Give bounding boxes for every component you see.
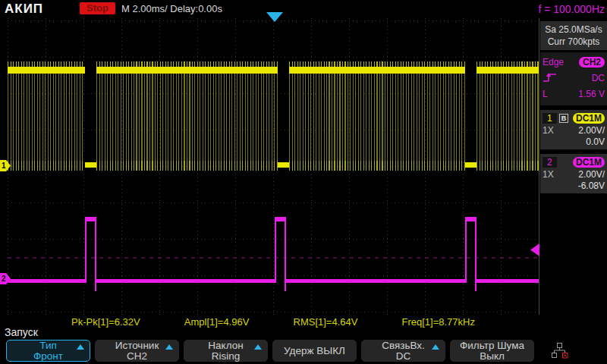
softkey-label: Источник [115, 340, 159, 351]
sample-rate: Sa 25.0MSa/s [540, 24, 607, 36]
ch1-low-level [85, 162, 96, 168]
ch1-scale: 2.00V/ [578, 125, 605, 136]
ch2-baseline [8, 279, 85, 283]
ch1-noise-ticks [96, 61, 278, 67]
ch2-ground-label: 2 [2, 275, 6, 283]
measurement-readout: RMS[1]=4.64V [294, 316, 358, 328]
softkey-label: СвязьВх. [382, 340, 425, 351]
ch1-bottom-ticks [8, 161, 85, 171]
softkey-label: Удерж ВЫКЛ [284, 346, 345, 356]
softkey-value: Фронт [33, 351, 63, 362]
ch1-high-level [96, 67, 278, 74]
softkey-связьвх-[interactable]: СвязьВх.DC [361, 340, 445, 362]
trigger-mode-label: Edge [543, 57, 564, 67]
brand-logo: АКИП [5, 2, 43, 17]
ch2-falling-edge [475, 217, 476, 291]
softkey-value: DC [396, 351, 411, 362]
softkey-тип[interactable]: ТипФронт [6, 340, 90, 362]
top-status-bar: АКИП Stop M 2.00ms/ Delay:0.00s f = 100.… [0, 0, 607, 18]
measurements-bar: Pk-Pk[1]=6.32VAmpl[1]=4.96VRMS[1]=4.64VF… [8, 315, 539, 328]
acquisition-panel[interactable]: Sa 25.0MSa/s Curr 700kpts [540, 21, 607, 50]
trigger-level-line [8, 257, 539, 259]
timebase-readout: M 2.00ms/ Delay:0.00s [121, 3, 222, 14]
waveform-display[interactable] [8, 18, 539, 315]
softkey-value: CH2 [127, 351, 147, 362]
ch2-falling-edge [285, 217, 286, 291]
trigger-frequency-readout: f = 100.000Hz [538, 3, 605, 15]
ch2-falling-edge [95, 217, 96, 291]
ch2-scale: 2.00V/ [578, 169, 605, 180]
ch1-high-level [476, 67, 539, 74]
soft-menu-bar: ТипФронтИсточникCH2НаклонRisingУдерж ВЫК… [6, 340, 539, 363]
ch2-rising-edge [275, 217, 276, 283]
sidebar: Sa 25.0MSa/s Curr 700kpts Edge CH2 DC L … [540, 18, 607, 315]
ch1-number: 1 [543, 113, 557, 124]
measurement-readout: Pk-Pk[1]=6.32V [71, 316, 140, 328]
menu-title: Запуск [5, 326, 38, 338]
ch1-noise-ticks [289, 61, 465, 67]
ch2-offset: -6.08V [543, 180, 605, 192]
rising-edge-icon [543, 72, 558, 83]
ch1-probe: 1X [543, 125, 554, 136]
ch2-coupling-badge: DC1M [573, 157, 605, 168]
measurement-readout: Ampl[1]=4.96V [184, 316, 250, 328]
ch2-baseline [96, 279, 275, 283]
ch1-low-level [278, 162, 289, 168]
softkey-label: Фильтр Шума [460, 340, 524, 351]
ch2-rising-edge [465, 217, 467, 283]
softkey-фильтр-шума[interactable]: Фильтр ШумаВыкл [450, 340, 534, 362]
plot-sidebar-divider [539, 18, 539, 315]
softkey-наклон[interactable]: НаклонRising [184, 340, 268, 362]
ch1-ground-label: 1 [2, 162, 6, 170]
trigger-level-label: L [543, 89, 548, 99]
ch1-edges [8, 74, 85, 162]
ch1-edges [96, 74, 278, 162]
softkey-удерж-выкл[interactable]: Удерж ВЫКЛ [272, 340, 357, 362]
softkey-value: Rising [212, 351, 241, 362]
measurement-readout: Freq[1]=8.77kHz [401, 316, 474, 328]
menu-up-arrow-icon [254, 344, 262, 350]
lan-status-icon [551, 343, 568, 359]
ch2-panel[interactable]: 2 DC1M 1X 2.00V/ -6.08V [540, 154, 607, 193]
ch2-probe: 1X [543, 169, 554, 180]
ch2-rising-edge [85, 217, 86, 283]
ch1-panel[interactable]: 1 B DC1M 1X 2.00V/ 0.0V [540, 110, 607, 149]
ch1-bottom-ticks [289, 161, 465, 171]
trigger-level-value: 1.56 V [578, 89, 605, 99]
ch1-coupling-badge: DC1M [573, 113, 605, 124]
ch1-edges [289, 74, 465, 162]
ch1-edges [476, 74, 539, 162]
ch1-high-level [8, 67, 85, 74]
menu-up-arrow-icon [77, 344, 84, 350]
ch1-bottom-ticks [96, 161, 278, 171]
ch2-baseline [476, 279, 539, 283]
ch1-offset: 0.0V [543, 136, 605, 148]
ch1-noise-ticks [476, 61, 539, 67]
ch1-high-level [289, 67, 465, 74]
ch2-number: 2 [543, 157, 557, 168]
memory-depth: Curr 700kpts [540, 36, 607, 48]
trigger-panel[interactable]: Edge CH2 DC L 1.56 V [540, 52, 607, 105]
ch1-bandwidth-badge: B [559, 114, 569, 123]
ch1-noise-ticks [8, 61, 85, 67]
ch1-bottom-ticks [476, 161, 539, 171]
menu-up-arrow-icon [165, 344, 173, 350]
ch2-baseline [286, 279, 465, 283]
oscilloscope-screen: АКИП Stop M 2.00ms/ Delay:0.00s f = 100.… [0, 0, 607, 364]
softkey-label: Тип [39, 340, 57, 351]
softkey-label: Наклон [208, 340, 243, 351]
menu-up-arrow-icon [432, 344, 439, 350]
softkey-value: Выкл [480, 351, 505, 362]
run-state-badge[interactable]: Stop [80, 2, 115, 14]
ch1-low-level [465, 162, 476, 168]
softkey-источник[interactable]: ИсточникCH2 [95, 340, 179, 362]
trigger-source-badge: CH2 [579, 57, 605, 67]
trigger-coupling: DC [592, 73, 605, 83]
